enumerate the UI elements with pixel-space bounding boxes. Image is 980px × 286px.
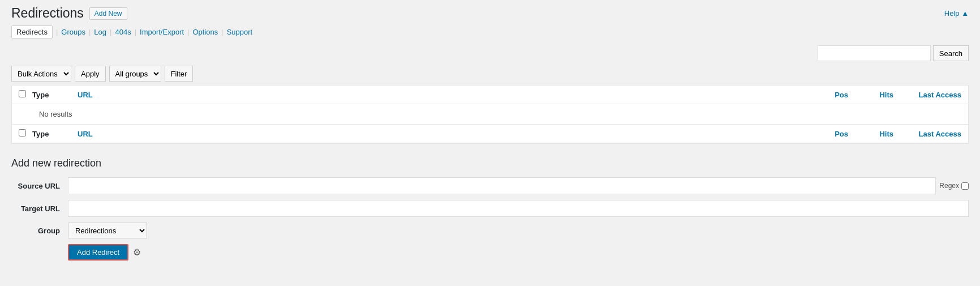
col-pos-header[interactable]: Pos xyxy=(803,91,848,99)
tab-import-export[interactable]: Import/Export xyxy=(140,27,184,37)
no-results-row: No results xyxy=(12,104,968,125)
col-url-header-bottom[interactable]: URL xyxy=(78,130,803,138)
target-url-row: Target URL xyxy=(11,200,969,217)
col-url-header[interactable]: URL xyxy=(78,91,803,99)
help-link[interactable]: Help ▲ xyxy=(944,9,969,18)
apply-button[interactable]: Apply xyxy=(75,66,106,82)
tab-options[interactable]: Options xyxy=(192,27,218,37)
search-input[interactable] xyxy=(818,45,931,61)
nav-sep-5: | xyxy=(187,28,189,36)
nav-sep-1: | xyxy=(56,28,58,36)
select-all-checkbox-bottom[interactable] xyxy=(19,129,26,136)
add-new-section: Add new redirection Source URL Regex Tar… xyxy=(11,157,969,261)
search-row: Search xyxy=(11,45,969,61)
col-pos-header-bottom[interactable]: Pos xyxy=(803,130,848,138)
no-results-text: No results xyxy=(19,104,93,124)
group-label: Group xyxy=(11,227,68,235)
tab-redirects[interactable]: Redirects xyxy=(11,25,53,39)
nav-sep-2: | xyxy=(89,28,91,36)
source-url-input[interactable] xyxy=(68,177,936,194)
toolbar: Bulk Actions Apply All groups Filter xyxy=(11,66,969,82)
tab-groups[interactable]: Groups xyxy=(61,27,85,37)
add-new-title: Add new redirection xyxy=(11,157,969,169)
target-url-label: Target URL xyxy=(11,204,68,213)
source-url-row: Source URL Regex xyxy=(11,177,969,194)
col-hits-header-bottom[interactable]: Hits xyxy=(848,130,893,138)
redirections-table: Type URL Pos Hits Last Access No results… xyxy=(11,85,969,144)
settings-gear-button[interactable]: ⚙ xyxy=(133,247,141,258)
search-button[interactable]: Search xyxy=(933,45,969,61)
tab-log[interactable]: Log xyxy=(94,27,106,37)
col-last-access-header[interactable]: Last Access xyxy=(893,91,961,99)
col-last-access-header-bottom[interactable]: Last Access xyxy=(893,130,961,138)
target-url-input[interactable] xyxy=(68,200,969,217)
group-row: Group Redirections xyxy=(11,223,969,238)
col-hits-header[interactable]: Hits xyxy=(848,91,893,99)
nav-tabs: Redirects | Groups | Log | 404s | Import… xyxy=(11,25,969,39)
tab-404s[interactable]: 404s xyxy=(115,27,131,37)
col-type-header: Type xyxy=(32,91,78,99)
nav-sep-4: | xyxy=(135,28,136,36)
filter-button[interactable]: Filter xyxy=(165,66,194,82)
source-url-label: Source URL xyxy=(11,182,68,190)
select-all-checkbox[interactable] xyxy=(19,90,26,97)
bulk-actions-select[interactable]: Bulk Actions xyxy=(11,66,71,82)
add-redirect-button[interactable]: Add Redirect xyxy=(68,244,128,261)
table-header-bottom: Type URL Pos Hits Last Access xyxy=(12,125,968,143)
form-actions: Add Redirect ⚙ xyxy=(68,244,969,261)
nav-sep-6: | xyxy=(221,28,223,36)
group-select-form[interactable]: Redirections xyxy=(68,223,147,238)
regex-label: Regex xyxy=(939,182,959,190)
regex-checkbox[interactable] xyxy=(961,182,969,190)
page-title: Redirections xyxy=(11,6,84,21)
add-new-button[interactable]: Add New xyxy=(89,7,127,20)
tab-support[interactable]: Support xyxy=(227,27,253,37)
col-type-header-bottom: Type xyxy=(32,130,78,138)
table-header-top: Type URL Pos Hits Last Access xyxy=(12,86,968,104)
group-filter-select[interactable]: All groups xyxy=(109,66,161,82)
nav-sep-3: | xyxy=(110,28,111,36)
